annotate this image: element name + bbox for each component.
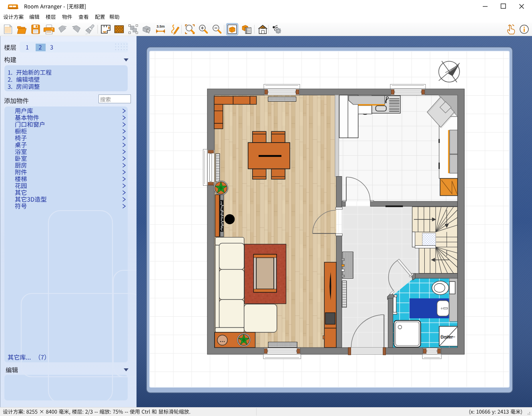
svg-text:3.5m: 3.5m (157, 24, 165, 28)
svg-text:3D: 3D (261, 26, 265, 30)
